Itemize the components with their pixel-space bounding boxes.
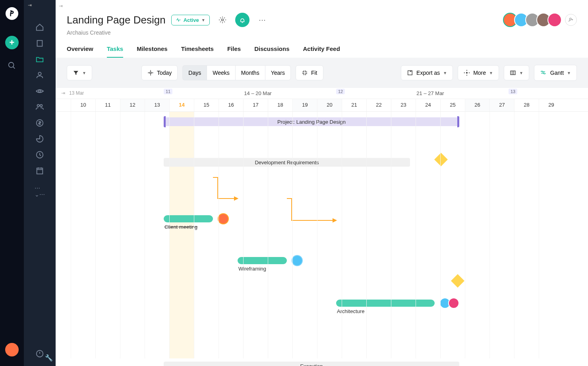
- avatar[interactable]: [547, 13, 562, 27]
- day-cell[interactable]: 21: [342, 99, 366, 111]
- day-cell[interactable]: 15: [194, 99, 219, 111]
- group-bar[interactable]: Development Requirements: [164, 158, 410, 167]
- svg-point-6: [38, 72, 41, 75]
- day-cell[interactable]: 27: [489, 99, 514, 111]
- tab-overview[interactable]: Overview: [67, 45, 93, 58]
- dollar-icon[interactable]: [35, 119, 44, 127]
- gear-icon: [219, 16, 226, 24]
- calendar-icon[interactable]: [35, 166, 44, 175]
- gantt-rows: Project: Landing Page Design Development…: [56, 112, 588, 358]
- day-cell[interactable]: 12: [120, 99, 145, 111]
- users-icon[interactable]: [35, 103, 44, 111]
- task-bar-wireframing[interactable]: Wireframing: [238, 257, 287, 264]
- add-button[interactable]: +: [5, 36, 19, 49]
- main-content: ⇥ Landing Page Design Active ▼ ⋯ Archaiu…: [56, 0, 588, 366]
- settings-button[interactable]: [215, 13, 230, 27]
- search-icon[interactable]: [8, 61, 16, 70]
- current-user-avatar[interactable]: [5, 343, 19, 356]
- day-cell[interactable]: 19: [292, 99, 317, 111]
- task-avatar[interactable]: [292, 255, 303, 266]
- expand-icon[interactable]: ⇥: [28, 2, 32, 8]
- scale-weeks[interactable]: Weeks: [207, 65, 235, 80]
- day-cell[interactable]: 29: [539, 99, 563, 111]
- tab-files[interactable]: Files: [227, 45, 241, 58]
- app-logo[interactable]: [6, 7, 18, 20]
- tabs: Overview Tasks Milestones Timesheets Fil…: [67, 45, 577, 58]
- view-dropdown[interactable]: Gantt▼: [534, 65, 577, 81]
- more-button[interactable]: ⋯: [255, 13, 269, 27]
- svg-rect-2: [37, 41, 43, 47]
- day-cell[interactable]: 10: [71, 99, 95, 111]
- tab-activity[interactable]: Activity Feed: [303, 45, 340, 58]
- task-bar-client-meeting[interactable]: Client meeting: [164, 215, 213, 222]
- task-bar-architecture[interactable]: Architecture: [336, 300, 435, 307]
- expand-icon[interactable]: ⇥: [61, 90, 65, 96]
- panel-expand-icon[interactable]: ⇥: [59, 3, 588, 9]
- today-button[interactable]: Today: [141, 65, 178, 80]
- svg-point-24: [466, 72, 468, 74]
- building-icon[interactable]: [35, 39, 44, 48]
- project-bar[interactable]: Project: Landing Page Design: [164, 117, 459, 126]
- scale-months[interactable]: Months: [235, 65, 265, 80]
- eye-icon[interactable]: [35, 87, 44, 95]
- expand-menu-icon[interactable]: ⋯⌄⋯: [35, 187, 44, 196]
- add-member-button[interactable]: [565, 14, 577, 26]
- scale-days[interactable]: Days: [182, 65, 207, 80]
- day-cell[interactable]: 26: [465, 99, 489, 111]
- tab-milestones[interactable]: Milestones: [137, 45, 168, 58]
- week-badge: 11: [164, 89, 172, 94]
- day-cell[interactable]: 16: [219, 99, 243, 111]
- week-label: 21 – 27 Mar: [344, 90, 516, 96]
- chevron-down-icon: ▼: [443, 71, 447, 75]
- home-icon[interactable]: [35, 23, 44, 32]
- bell-icon: [239, 16, 246, 23]
- scale-years[interactable]: Years: [265, 65, 291, 80]
- user-icon[interactable]: [35, 71, 44, 80]
- svg-rect-23: [408, 71, 412, 75]
- status-dropdown[interactable]: Active ▼: [171, 15, 210, 25]
- compress-icon: [302, 70, 308, 76]
- chevron-down-icon: ▼: [567, 71, 571, 75]
- notifications-button[interactable]: [235, 13, 250, 27]
- fit-button[interactable]: Fit: [296, 65, 323, 80]
- task-label: Architecture: [337, 308, 364, 314]
- day-cell[interactable]: 17: [243, 99, 268, 111]
- member-avatars[interactable]: [503, 13, 577, 27]
- chart-icon[interactable]: [35, 134, 44, 143]
- group-bar[interactable]: Execution: [164, 362, 459, 366]
- day-cell[interactable]: 13: [145, 99, 169, 111]
- svg-point-18: [221, 19, 223, 21]
- timeline-start-label: 13 Mar: [69, 90, 84, 96]
- svg-marker-28: [234, 197, 238, 200]
- tab-discussions[interactable]: Discussions: [254, 45, 289, 58]
- chevron-down-icon: ▼: [82, 71, 86, 75]
- day-cell[interactable]: 28: [514, 99, 539, 111]
- day-cell[interactable]: 22: [366, 99, 391, 111]
- columns-button[interactable]: ▼: [504, 65, 529, 80]
- day-cell[interactable]: 23: [391, 99, 416, 111]
- week-label: 14 – 20 Mar: [172, 90, 344, 96]
- day-cell[interactable]: 24: [416, 99, 440, 111]
- gantt-chart[interactable]: ⇥ 13 Mar 11 14 – 20 Mar 12 21 – 27 Mar 1…: [56, 88, 588, 366]
- export-button[interactable]: Export as▼: [401, 65, 453, 80]
- day-cell[interactable]: 20: [317, 99, 342, 111]
- tab-tasks[interactable]: Tasks: [107, 45, 123, 58]
- task-avatar[interactable]: [448, 298, 459, 309]
- power-icon[interactable]: [35, 349, 44, 358]
- svg-point-0: [9, 62, 14, 68]
- clock-icon[interactable]: [35, 150, 44, 159]
- task-avatar[interactable]: [218, 213, 229, 224]
- folder-icon[interactable]: [35, 55, 44, 64]
- columns-icon: [510, 70, 516, 76]
- week-badge: 13: [509, 89, 517, 94]
- day-cell[interactable]: 25: [440, 99, 465, 111]
- filter-button[interactable]: ▼: [67, 65, 92, 80]
- day-cell[interactable]: 11: [95, 99, 120, 111]
- status-label: Active: [184, 17, 199, 23]
- day-cell[interactable]: 18: [268, 99, 292, 111]
- day-cell[interactable]: 14: [169, 99, 194, 111]
- tab-timesheets[interactable]: Timesheets: [181, 45, 214, 58]
- scale-group: Days Weeks Months Years: [182, 65, 291, 80]
- more-dropdown[interactable]: More▼: [458, 65, 499, 80]
- wrench-icon[interactable]: 🔧: [46, 355, 52, 360]
